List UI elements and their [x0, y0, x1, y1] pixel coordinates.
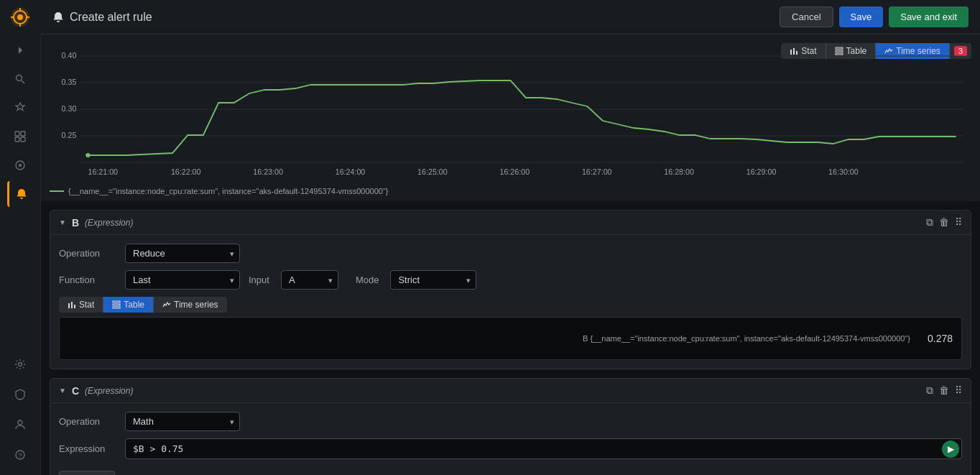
input-label: Input [249, 275, 269, 285]
expression-panel-c: ▼ C (Expression) ⧉ 🗑 ⠿ Operation Reduce … [50, 378, 971, 475]
panel-b-header: ▼ B (Expression) ⧉ 🗑 ⠿ [50, 211, 971, 235]
svg-text:16:25:00: 16:25:00 [417, 168, 448, 176]
chart-svg: 0.40 0.35 0.30 0.25 16:21:00 16:22:00 16… [50, 49, 971, 182]
operation-label: Operation [59, 248, 116, 259]
operation-select[interactable]: Reduce Math Resample Classic condition [125, 244, 240, 263]
show-help-button[interactable]: Show help [59, 471, 115, 475]
svg-text:?: ? [18, 452, 22, 459]
expr-run-button[interactable]: ▶ [942, 441, 959, 458]
legend-line [50, 190, 64, 192]
svg-text:16:21:00: 16:21:00 [88, 168, 118, 176]
svg-text:16:23:00: 16:23:00 [253, 168, 283, 176]
panel-b-view-buttons: Stat Table Time series [59, 297, 227, 313]
panel-b-result-label: B {__name__="instance:node_cpu:rate:sum"… [583, 334, 910, 343]
panel-c-type: (Expression) [85, 386, 133, 396]
c-expression-label: Expression [59, 443, 116, 454]
panel-c-header: ▼ C (Expression) ⧉ 🗑 ⠿ [50, 379, 971, 403]
cancel-button[interactable]: Cancel [780, 6, 833, 27]
panel-b-result-content: B {__name__="instance:node_cpu:rate:sum"… [59, 317, 962, 360]
panel-b-timeseries-button[interactable]: Time series [154, 297, 227, 313]
sidebar-item-dashboards[interactable] [7, 124, 33, 149]
svg-rect-10 [21, 132, 25, 136]
expression-panel-b: ▼ B (Expression) ⧉ 🗑 ⠿ Operation Reduce … [50, 210, 971, 369]
chart-area: 0.40 0.35 0.30 0.25 16:21:00 16:22:00 16… [50, 49, 971, 193]
panel-c-drag[interactable]: ⠿ [955, 384, 962, 397]
sidebar-item-alerting[interactable] [7, 181, 33, 207]
legend-label: {__name__="instance:node_cpu:rate:sum", … [68, 187, 389, 195]
main-content: Stat Table Time series 3 [41, 34, 980, 475]
panel-b-letter: B [72, 217, 79, 229]
svg-rect-50 [113, 307, 120, 308]
mode-select[interactable]: Strict Drop NN Replace NN [390, 270, 476, 290]
topbar-actions: Cancel Save Save and exit [780, 6, 969, 27]
sidebar-item-user[interactable] [7, 412, 33, 438]
svg-point-7 [17, 75, 22, 81]
svg-rect-45 [68, 303, 70, 308]
svg-text:16:30:00: 16:30:00 [828, 168, 859, 176]
chart-legend: {__name__="instance:node_cpu:rate:sum", … [50, 187, 971, 195]
panel-b-type: (Expression) [85, 218, 133, 228]
save-exit-button[interactable]: Save and exit [889, 6, 969, 27]
svg-text:16:28:00: 16:28:00 [664, 168, 694, 176]
svg-text:16:22:00: 16:22:00 [171, 168, 201, 176]
panel-b-stat-button[interactable]: Stat [59, 297, 103, 313]
c-operation-select[interactable]: Reduce Math Resample Classic condition [125, 412, 240, 431]
topbar: Create alert rule Cancel Save Save and e… [41, 0, 980, 34]
input-select[interactable]: A B C [281, 270, 338, 290]
expression-input[interactable] [125, 438, 962, 459]
panel-c-letter: C [72, 385, 79, 397]
mode-select-wrapper: Strict Drop NN Replace NN [390, 270, 476, 290]
chart-section: Stat Table Time series 3 [41, 34, 980, 201]
panel-b-collapse[interactable]: ▼ [59, 218, 66, 226]
panel-b-operation-row: Operation Reduce Math Resample Classic c… [59, 244, 962, 263]
panel-b-result-area: Stat Table Time series B {__name__="inst… [59, 297, 962, 360]
panel-c-delete[interactable]: 🗑 [939, 384, 949, 397]
sidebar-item-shield[interactable] [7, 382, 33, 407]
sidebar: ? [0, 0, 41, 475]
panel-c-expression-row: Expression ▶ [59, 438, 962, 459]
svg-rect-11 [15, 137, 19, 142]
sidebar-toggle[interactable] [7, 37, 33, 63]
panel-c-operation-row: Operation Reduce Math Resample Classic c… [59, 412, 962, 431]
panel-c-copy[interactable]: ⧉ [926, 384, 933, 397]
stat-icon-b [68, 300, 76, 309]
svg-point-2 [17, 14, 23, 20]
expr-input-wrapper: ▶ [125, 438, 962, 459]
timeseries-icon-b [162, 300, 171, 309]
svg-text:0.30: 0.30 [62, 105, 77, 113]
panel-c-body: Operation Reduce Math Resample Classic c… [50, 403, 971, 475]
sidebar-item-search[interactable] [7, 66, 33, 92]
input-select-wrapper: A B C [281, 270, 338, 290]
sidebar-item-settings[interactable] [7, 351, 33, 377]
bell-icon [52, 11, 64, 23]
svg-point-44 [85, 153, 90, 157]
svg-text:0.40: 0.40 [62, 52, 77, 60]
svg-text:16:29:00: 16:29:00 [746, 168, 777, 176]
function-select-wrapper: Last Mean Min Max Sum Count [125, 270, 240, 290]
sidebar-item-help[interactable]: ? [7, 442, 33, 468]
save-button[interactable]: Save [839, 6, 884, 27]
sidebar-item-starred[interactable] [7, 95, 33, 121]
svg-text:0.25: 0.25 [62, 132, 77, 139]
panel-c-collapse[interactable]: ▼ [59, 387, 66, 395]
svg-rect-47 [74, 305, 75, 308]
panel-b-drag[interactable]: ⠿ [955, 216, 962, 229]
grafana-logo[interactable] [0, 0, 41, 34]
panel-b-copy[interactable]: ⧉ [926, 216, 933, 229]
svg-point-16 [18, 420, 22, 425]
panel-b-result-value: 0.278 [928, 333, 953, 344]
function-select[interactable]: Last Mean Min Max Sum Count [125, 270, 240, 290]
svg-text:16:26:00: 16:26:00 [500, 168, 530, 176]
c-operation-label: Operation [59, 416, 116, 427]
svg-rect-49 [113, 304, 120, 305]
svg-text:16:27:00: 16:27:00 [582, 168, 612, 176]
svg-line-8 [22, 80, 24, 83]
panel-b-delete[interactable]: 🗑 [939, 216, 949, 229]
sidebar-item-explore[interactable] [7, 152, 33, 178]
c-operation-select-wrapper: Reduce Math Resample Classic condition [125, 412, 240, 431]
panel-b-table-button[interactable]: Table [103, 297, 154, 313]
svg-rect-9 [15, 132, 19, 136]
function-label: Function [59, 275, 116, 285]
page-title: Create alert rule [52, 11, 152, 24]
svg-rect-46 [71, 302, 73, 308]
